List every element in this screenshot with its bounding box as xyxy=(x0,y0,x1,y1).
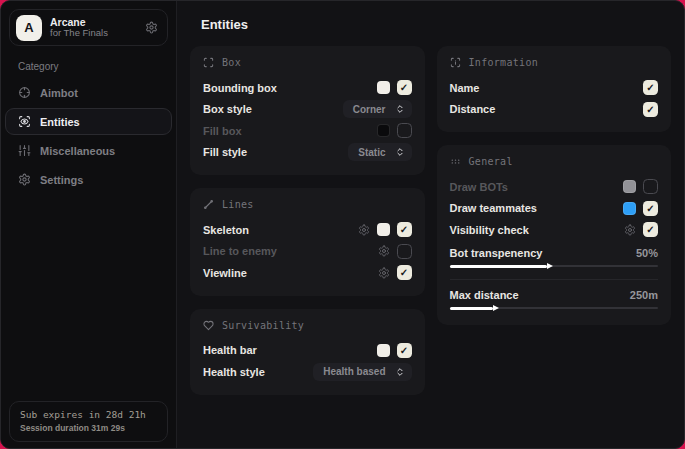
name-row: Name ✓ xyxy=(450,77,659,99)
page-title: Entities xyxy=(201,17,671,32)
skeleton-row: Skeleton ✓ xyxy=(203,219,412,241)
fill-style-row: Fill style Static xyxy=(203,142,412,164)
bounding-box-row: Bounding box ✓ xyxy=(203,77,412,99)
line-to-enemy-settings-gear-icon[interactable] xyxy=(378,245,390,257)
row-label: Health style xyxy=(203,366,265,378)
section-title: Survivability xyxy=(222,320,304,331)
sidebar-item-label: Aimbot xyxy=(40,87,78,99)
app-window: A Arcane for The Finals Category Aimbot xyxy=(0,0,685,449)
lines-section: Lines Skeleton ✓ Line to enemy xyxy=(190,188,425,296)
chevrons-up-down-icon xyxy=(395,367,405,377)
row-label: Health bar xyxy=(203,344,257,356)
max-distance-value: 250m xyxy=(630,289,658,301)
sliders-icon xyxy=(18,144,31,157)
health-style-select[interactable]: Health based xyxy=(313,363,411,381)
distance-checkbox[interactable]: ✓ xyxy=(643,102,658,117)
bot-transparency-row: Bot transpenency 50% xyxy=(450,244,659,262)
survivability-section-header: Survivability xyxy=(203,320,412,331)
select-value: Static xyxy=(358,147,385,158)
row-label: Draw teammates xyxy=(450,202,537,214)
max-distance-slider[interactable] xyxy=(450,304,659,313)
app-subtitle: for The Finals xyxy=(50,28,108,39)
bot-transparency-value: 50% xyxy=(636,247,658,259)
row-label: Draw BOTs xyxy=(450,181,508,193)
fill-box-row: Fill box xyxy=(203,120,412,142)
main-panel: Entities Box Bounding box xyxy=(177,1,684,448)
sidebar: A Arcane for The Finals Category Aimbot xyxy=(1,1,177,448)
line-to-enemy-checkbox[interactable] xyxy=(397,244,412,259)
skeleton-color-swatch[interactable] xyxy=(377,223,390,236)
crosshair-icon xyxy=(18,86,31,99)
skeleton-checkbox[interactable]: ✓ xyxy=(397,222,412,237)
select-value: Corner xyxy=(353,104,386,115)
draw-bots-checkbox[interactable] xyxy=(643,179,658,194)
draw-bots-color-swatch[interactable] xyxy=(623,180,636,193)
slider-fill-thumb[interactable] xyxy=(450,307,494,310)
row-label: Distance xyxy=(450,103,496,115)
general-section: General Draw BOTs Draw teammates ✓ xyxy=(437,145,672,325)
box-style-select[interactable]: Corner xyxy=(343,100,412,118)
chevrons-up-down-icon xyxy=(395,147,405,157)
row-label: Skeleton xyxy=(203,224,249,236)
chevrons-up-down-icon xyxy=(395,104,405,114)
draw-teammates-color-swatch[interactable] xyxy=(623,202,636,215)
distance-row: Distance ✓ xyxy=(450,99,659,121)
sidebar-item-label: Entities xyxy=(40,116,80,128)
app-settings-gear-icon[interactable] xyxy=(145,21,158,34)
row-label: Line to enemy xyxy=(203,245,277,257)
visibility-check-row: Visibility check ✓ xyxy=(450,219,659,241)
row-label: Box style xyxy=(203,103,252,115)
visibility-check-settings-gear-icon[interactable] xyxy=(624,224,636,236)
sidebar-item-label: Settings xyxy=(40,174,83,186)
grid-dots-icon xyxy=(450,156,461,167)
max-distance-row: Max distance 250m xyxy=(450,286,659,304)
draw-teammates-checkbox[interactable]: ✓ xyxy=(643,201,658,216)
bot-transparency-slider[interactable] xyxy=(450,262,659,271)
row-label: Viewline xyxy=(203,267,247,279)
general-section-header: General xyxy=(450,156,659,167)
draw-bots-row: Draw BOTs xyxy=(450,176,659,198)
fill-box-color-swatch[interactable] xyxy=(377,124,390,137)
heart-pulse-icon xyxy=(203,320,214,331)
sidebar-item-aimbot[interactable]: Aimbot xyxy=(5,79,172,106)
divider xyxy=(450,279,659,280)
app-logo: A xyxy=(16,15,42,41)
health-bar-color-swatch[interactable] xyxy=(377,344,390,357)
bounding-box-icon xyxy=(203,57,214,68)
sidebar-item-label: Miscellaneous xyxy=(40,145,115,157)
section-title: General xyxy=(469,156,513,167)
fill-box-checkbox[interactable] xyxy=(397,123,412,138)
skeleton-settings-gear-icon[interactable] xyxy=(358,224,370,236)
bounding-box-color-swatch[interactable] xyxy=(377,81,390,94)
health-style-row: Health style Health based xyxy=(203,361,412,383)
window-surface: A Arcane for The Finals Category Aimbot xyxy=(0,0,685,449)
visibility-check-checkbox[interactable]: ✓ xyxy=(643,222,658,237)
health-bar-row: Health bar ✓ xyxy=(203,340,412,362)
row-label: Max distance xyxy=(450,289,519,301)
info-scan-icon xyxy=(450,57,461,68)
name-checkbox[interactable]: ✓ xyxy=(643,80,658,95)
bounding-box-checkbox[interactable]: ✓ xyxy=(397,80,412,95)
fill-style-select[interactable]: Static xyxy=(348,143,411,161)
sidebar-item-miscellaneous[interactable]: Miscellaneous xyxy=(5,137,172,164)
row-label: Fill box xyxy=(203,125,242,137)
select-value: Health based xyxy=(323,366,385,377)
sidebar-nav: Aimbot Entities Miscellaneous Settings xyxy=(9,78,168,194)
row-label: Fill style xyxy=(203,146,247,158)
health-bar-checkbox[interactable]: ✓ xyxy=(397,343,412,358)
gear-icon xyxy=(18,173,31,186)
box-style-row: Box style Corner xyxy=(203,99,412,121)
section-title: Lines xyxy=(222,199,254,210)
row-label: Visibility check xyxy=(450,224,529,236)
box-section: Box Bounding box ✓ Box style Corner xyxy=(190,46,425,175)
viewline-checkbox[interactable]: ✓ xyxy=(397,265,412,280)
row-label: Bounding box xyxy=(203,82,277,94)
scan-eye-icon xyxy=(18,115,31,128)
diagonal-line-icon xyxy=(203,199,214,210)
session-duration-text: Session duration 31m 29s xyxy=(20,423,157,433)
category-label: Category xyxy=(18,61,168,72)
sidebar-item-settings[interactable]: Settings xyxy=(5,166,172,193)
slider-fill-thumb[interactable] xyxy=(450,265,548,268)
viewline-settings-gear-icon[interactable] xyxy=(378,267,390,279)
sidebar-item-entities[interactable]: Entities xyxy=(5,108,172,135)
